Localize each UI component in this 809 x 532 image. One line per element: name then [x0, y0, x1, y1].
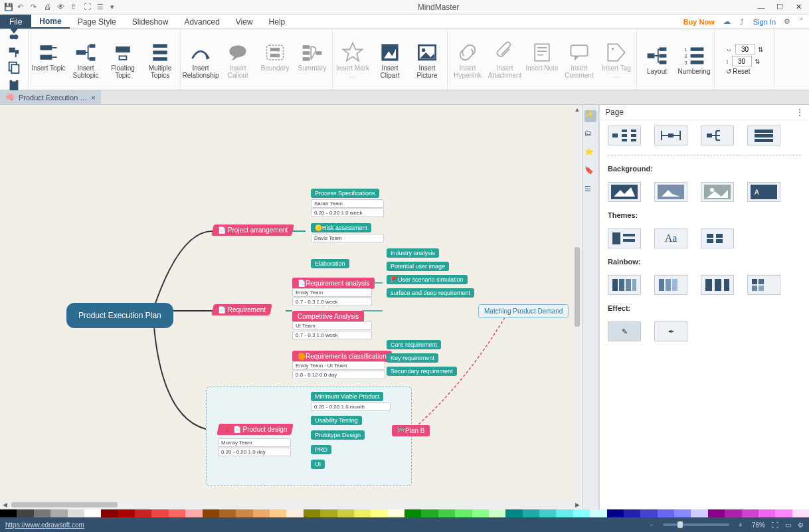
color-swatch[interactable]: [169, 509, 185, 517]
node-prototype-design[interactable]: Prototype Design: [311, 430, 365, 440]
v-spacing-input[interactable]: ↕⇅: [726, 56, 763, 66]
tab-help[interactable]: Help: [261, 15, 294, 29]
outline-icon[interactable]: ☰: [584, 185, 596, 197]
color-swatch[interactable]: [68, 509, 84, 517]
node-usability-testing[interactable]: Usability Testing: [311, 416, 362, 425]
color-swatch[interactable]: [438, 509, 455, 517]
document-tab[interactable]: 🧠 Product Execution … ×: [0, 90, 101, 104]
color-swatch[interactable]: [0, 509, 17, 517]
insert-comment-button[interactable]: Insert Comment: [562, 41, 596, 79]
insert-mark-button[interactable]: Insert Mark …: [335, 41, 370, 79]
export-icon[interactable]: ⇪: [70, 3, 80, 12]
tab-home[interactable]: Home: [31, 15, 69, 29]
node-requirements-classification[interactable]: 🟠 Requirements classification: [292, 351, 392, 362]
cloud-icon[interactable]: ☁: [720, 15, 735, 29]
rainbow-thumb-1[interactable]: [608, 275, 641, 295]
tab-page-style[interactable]: Page Style: [70, 15, 124, 29]
node-product-design[interactable]: ❗ 📄 Product design: [217, 424, 294, 435]
reset-spacing-button[interactable]: ↺ Reset: [726, 68, 763, 75]
color-swatch[interactable]: [270, 509, 286, 517]
cut-icon[interactable]: [7, 27, 21, 41]
status-link[interactable]: https://www.edrawsoft.com: [5, 521, 84, 529]
color-swatch[interactable]: [404, 509, 421, 517]
layout-thumb-1[interactable]: [608, 126, 641, 145]
vertical-scrollbar[interactable]: ▲: [573, 105, 582, 500]
copy-icon[interactable]: [7, 60, 21, 74]
color-swatch[interactable]: [674, 509, 691, 517]
sign-in-link[interactable]: Sign In: [749, 15, 780, 29]
node-potential-user-image[interactable]: Potential user image: [387, 262, 449, 271]
color-swatch[interactable]: [590, 509, 606, 517]
boundary-button[interactable]: Boundary: [258, 41, 292, 79]
node-plan-b[interactable]: 🏁 Plan B: [392, 425, 430, 436]
color-swatch[interactable]: [34, 509, 50, 517]
h-scroll-thumb[interactable]: [11, 502, 118, 507]
color-swatch[interactable]: [792, 509, 809, 517]
boundary-product-design[interactable]: [206, 387, 412, 486]
rainbow-thumb-3[interactable]: [701, 275, 734, 295]
theme-thumb-3[interactable]: [701, 228, 734, 248]
color-swatch[interactable]: [371, 509, 387, 517]
color-swatch[interactable]: [505, 509, 522, 517]
fit-icon[interactable]: ⛶: [84, 3, 93, 12]
insert-callout-button[interactable]: Insert Callout: [221, 41, 255, 79]
color-swatch[interactable]: [203, 509, 219, 517]
buy-now-link[interactable]: Buy Now: [678, 15, 720, 29]
layout-button[interactable]: Layout: [640, 44, 674, 75]
color-swatch[interactable]: [17, 509, 33, 517]
node-central[interactable]: Product Execution Plan: [66, 303, 173, 328]
undo-icon[interactable]: ↶: [17, 3, 27, 12]
close-doc-icon[interactable]: ×: [91, 94, 95, 102]
color-swatch[interactable]: [640, 509, 657, 517]
effect-thumb-2[interactable]: ✒: [654, 321, 687, 341]
color-swatch[interactable]: [421, 509, 438, 517]
color-swatch[interactable]: [236, 509, 252, 517]
color-swatch[interactable]: [556, 509, 573, 517]
insert-relationship-button[interactable]: Insert Relationship: [183, 41, 218, 79]
layout-thumb-4[interactable]: [747, 126, 780, 145]
color-swatch[interactable]: [573, 509, 590, 517]
color-swatch[interactable]: [50, 509, 67, 517]
node-elaboration[interactable]: Elaboration: [311, 259, 349, 268]
insert-attachment-button[interactable]: Insert Attachment: [488, 41, 522, 79]
status-gear-icon[interactable]: ⚙: [798, 521, 804, 529]
zoom-thumb[interactable]: [677, 521, 683, 528]
horizontal-scrollbar[interactable]: ◀ ▶: [0, 500, 582, 509]
v-scroll-thumb[interactable]: [575, 247, 580, 327]
color-swatch[interactable]: [320, 509, 337, 517]
collapse-ribbon-icon[interactable]: ˄: [794, 15, 809, 29]
floating-matching-product-demand[interactable]: Matching Product Demand: [478, 304, 569, 318]
settings-gear-icon[interactable]: ⚙: [780, 15, 794, 29]
zoom-slider[interactable]: [663, 523, 729, 526]
effect-thumb-1[interactable]: ✎: [608, 321, 641, 341]
bookmark-icon[interactable]: 🔖: [584, 166, 596, 178]
maximize-button[interactable]: ☐: [772, 1, 788, 13]
node-project-arrangement[interactable]: 📄 Project arrangement: [211, 224, 294, 236]
minimize-button[interactable]: —: [753, 1, 769, 13]
color-swatch[interactable]: [118, 509, 135, 517]
bg-thumb-3[interactable]: [701, 182, 734, 202]
color-swatch[interactable]: [219, 509, 236, 517]
insert-topic-button[interactable]: Insert Topic: [31, 41, 66, 79]
node-prd[interactable]: PRD: [311, 445, 331, 454]
floating-topic-button[interactable]: Floating Topic: [106, 41, 140, 79]
zoom-in-button[interactable]: +: [736, 521, 745, 529]
node-key-requirement[interactable]: Key requirement: [387, 353, 438, 363]
color-swatch[interactable]: [388, 509, 404, 517]
insert-picture-button[interactable]: Insert Picture: [410, 41, 444, 79]
multiple-topics-button[interactable]: Multiple Topics: [143, 41, 177, 79]
theme-thumb-2[interactable]: Aa: [654, 228, 687, 248]
color-swatch[interactable]: [151, 509, 168, 517]
color-swatch[interactable]: [775, 509, 792, 517]
color-swatch[interactable]: [286, 509, 303, 517]
scroll-right-icon[interactable]: ▶: [573, 500, 582, 509]
close-button[interactable]: ✕: [790, 1, 806, 13]
node-competitive-analysis[interactable]: Competitive Analysis: [292, 311, 364, 322]
save-icon[interactable]: 💾: [4, 3, 13, 12]
options-icon[interactable]: ☰: [97, 3, 106, 12]
color-swatch[interactable]: [337, 509, 354, 517]
node-user-scenario-simulation[interactable]: 🚩 User scenario simulation: [387, 275, 468, 284]
insert-note-button[interactable]: Insert Note: [525, 41, 559, 79]
color-swatch[interactable]: [607, 509, 624, 517]
color-swatch[interactable]: [455, 509, 472, 517]
